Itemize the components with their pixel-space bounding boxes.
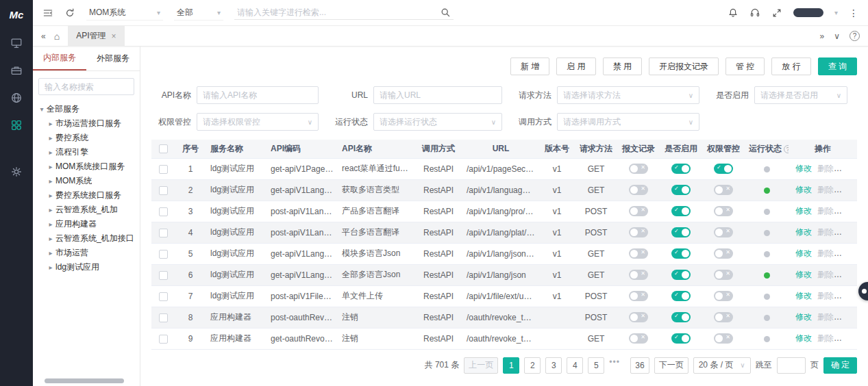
page-button-3[interactable]: 3 [545,357,562,374]
enabled-switch[interactable] [671,206,691,216]
row-checkbox[interactable] [159,250,168,259]
msg-record-switch[interactable] [629,164,648,174]
row-checkbox[interactable] [159,271,168,280]
msg-record-switch[interactable] [629,270,648,280]
menu-collapse-icon[interactable] [42,8,53,18]
tree-item[interactable]: ▸市场运营接口服务 [37,116,136,131]
select-all-checkbox[interactable] [159,144,168,153]
search-icon[interactable] [440,7,451,18]
msg-record-switch[interactable] [629,248,648,259]
filter-select[interactable]: 请选择运行状态∨ [373,113,502,131]
edit-link[interactable]: 修改 [795,291,812,300]
refresh-icon[interactable] [64,8,75,18]
perm-switch[interactable] [714,312,733,322]
service-search-input[interactable] [38,78,134,95]
row-checkbox[interactable] [159,186,168,195]
perm-switch[interactable] [714,333,733,344]
enabled-switch[interactable] [671,312,691,322]
delete-link[interactable]: 删除 [817,248,834,258]
globe-icon[interactable] [10,92,23,104]
perm-switch[interactable] [714,291,733,301]
kebab-menu-icon[interactable]: ⋮ [849,8,858,18]
briefcase-icon[interactable] [10,64,23,77]
prev-page-button[interactable]: 上一页 [464,357,498,374]
gear-icon[interactable] [10,166,23,178]
fullscreen-icon[interactable] [771,8,782,18]
page-size-select[interactable]: 20 条 / 页 ∨ [693,357,751,374]
tab-api-management[interactable]: API管理 × [68,26,124,47]
tree-item[interactable]: ▸费控系统接口服务 [37,188,136,203]
user-menu-caret-icon[interactable]: ▾ [834,9,838,16]
tree-item[interactable]: ▸MOM系统接口服务 [37,159,136,174]
perm-switch[interactable] [714,227,733,237]
query-button[interactable]: 查 询 [818,57,857,75]
row-checkbox[interactable] [159,313,168,322]
jump-page-input[interactable] [777,357,806,374]
toolbar-button-2[interactable]: 启 用 [556,57,595,75]
horizontal-scrollbar[interactable] [45,378,124,383]
msg-record-switch[interactable] [629,185,648,195]
row-checkbox[interactable] [159,165,168,174]
tabs-collapse-icon[interactable]: ∨ [834,31,840,41]
tree-item[interactable]: ▸流程引擎 [37,145,136,159]
row-checkbox[interactable] [159,207,168,216]
home-icon[interactable]: ⌂ [54,31,60,42]
delete-link[interactable]: 删除 [817,185,834,194]
tree-root[interactable]: ▾ 全部服务 [37,102,136,116]
delete-link[interactable]: 删除 [817,164,834,173]
row-checkbox[interactable] [159,292,168,301]
perm-switch[interactable] [714,185,733,195]
edit-link[interactable]: 修改 [795,227,812,237]
filter-select[interactable]: 请选择权限管控∨ [197,113,319,131]
enabled-switch[interactable] [671,333,691,344]
page-button-1[interactable]: 1 [503,357,519,374]
tabs-forward-icon[interactable]: » [820,31,825,41]
left-tab-2[interactable]: 外部服务 [86,47,140,70]
msg-record-switch[interactable] [629,333,648,344]
page-button-36[interactable]: 36 [630,357,649,374]
edit-link[interactable]: 修改 [795,312,812,322]
edit-link[interactable]: 修改 [795,164,812,173]
edit-link[interactable]: 修改 [795,333,812,343]
monitor-icon[interactable] [10,37,23,49]
row-checkbox[interactable] [159,229,168,237]
perm-switch[interactable] [714,270,733,280]
delete-link[interactable]: 删除 [817,270,834,279]
tree-item[interactable]: ▸市场运营 [37,246,136,260]
perm-switch[interactable] [714,248,733,259]
toolbar-button-6[interactable]: 放 行 [771,57,810,75]
enabled-switch[interactable] [671,185,691,195]
edit-link[interactable]: 修改 [795,248,812,258]
confirm-button[interactable]: 确 定 [823,357,857,374]
perm-switch[interactable] [714,206,733,216]
edit-link[interactable]: 修改 [795,270,812,279]
page-button-4[interactable]: 4 [567,357,583,374]
msg-record-switch[interactable] [629,227,648,237]
api-app-icon[interactable] [10,119,23,131]
tree-item[interactable]: ▸MOM系统 [37,174,136,188]
page-button-5[interactable]: 5 [588,357,604,374]
delete-link[interactable]: 删除 [817,291,834,300]
left-tab-1[interactable]: 内部服务 [33,47,86,70]
delete-link[interactable]: 删除 [817,206,834,216]
bell-icon[interactable] [728,8,739,18]
delete-link[interactable]: 删除 [817,312,834,322]
avatar[interactable] [793,8,823,17]
help-icon[interactable]: ? [850,31,860,41]
enabled-switch[interactable] [671,248,691,259]
tab-close-icon[interactable]: × [112,31,116,41]
toolbar-button-5[interactable]: 管 控 [726,57,765,75]
msg-record-switch[interactable] [629,291,648,301]
tree-item[interactable]: ▸费控系统 [37,131,136,145]
enabled-switch[interactable] [671,291,691,301]
tree-item[interactable]: ▸云智造系统_机加 [37,203,136,217]
filter-select[interactable]: 请选择请求方法∨ [557,86,699,104]
system-select[interactable]: MOM系统 ▾ [86,5,163,21]
delete-link[interactable]: 删除 [817,333,834,343]
msg-record-switch[interactable] [629,206,648,216]
filter-select[interactable]: 请选择调用方式∨ [557,113,699,131]
toolbar-button-4[interactable]: 开启报文记录 [649,57,719,75]
filter-input[interactable] [373,86,502,104]
perm-switch[interactable] [714,164,733,174]
enabled-switch[interactable] [671,227,691,237]
